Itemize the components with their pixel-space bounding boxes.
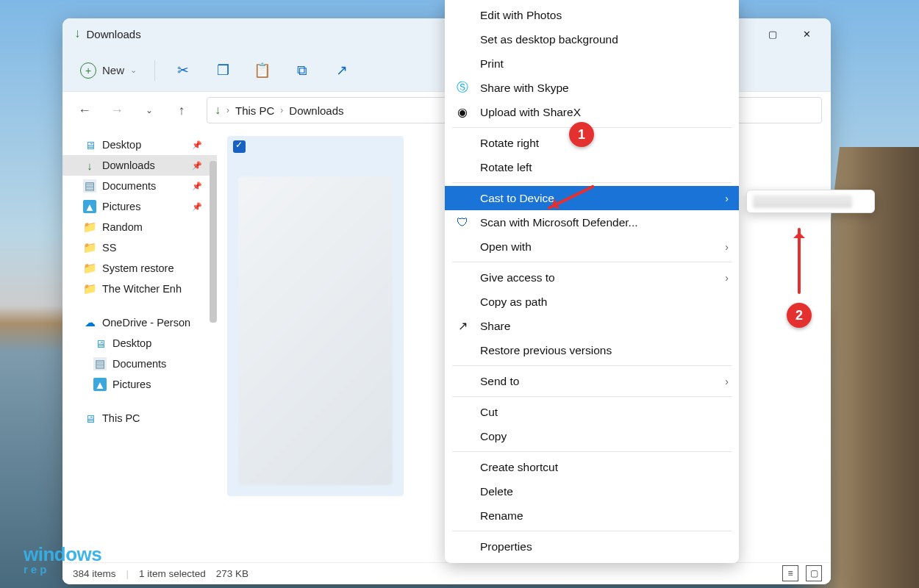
file-thumbnail-selected[interactable]: [227, 136, 404, 496]
picture-icon: ▲: [83, 200, 96, 213]
menu-item[interactable]: Copy: [445, 424, 739, 448]
up-button[interactable]: ↑: [168, 97, 195, 123]
menu-item[interactable]: Properties: [445, 534, 739, 559]
menu-item-label: Create shortcut: [480, 461, 558, 474]
chevron-down-icon: ⌄: [130, 65, 137, 75]
menu-item[interactable]: Cut: [445, 400, 739, 424]
download-icon: ↓: [83, 159, 96, 172]
menu-item-label: Upload with ShareX: [480, 106, 581, 119]
sidebar-item-label: Downloads: [102, 159, 155, 171]
new-button[interactable]: + New ⌄: [76, 60, 141, 82]
close-button[interactable]: ✕: [790, 22, 823, 46]
sidebar-item-label: Random: [102, 221, 143, 233]
menu-item[interactable]: Cast to Device›: [445, 186, 739, 210]
menu-item-label: Set as desktop background: [480, 33, 618, 46]
sidebar-item[interactable]: ↓Downloads📌: [62, 155, 217, 176]
callout-1: 1: [569, 122, 594, 147]
sidebar-thispc[interactable]: 🖥 This PC: [62, 408, 217, 429]
menu-item[interactable]: Rotate left: [445, 155, 739, 179]
back-button[interactable]: ←: [71, 97, 98, 123]
checkbox-checked-icon[interactable]: [233, 140, 246, 153]
menu-item[interactable]: Set as desktop background: [445, 27, 739, 51]
pin-icon: 📌: [192, 182, 202, 191]
folder-icon: 📁: [83, 220, 96, 234]
chevron-right-icon: ›: [725, 241, 729, 253]
annotation-arrow: [798, 228, 801, 294]
details-view-button[interactable]: ≡: [782, 565, 798, 581]
copy-icon[interactable]: ❐: [208, 56, 237, 85]
menu-item[interactable]: Rename: [445, 503, 739, 528]
sidebar-item[interactable]: ▲Pictures📌: [62, 196, 217, 217]
sidebar-scrollbar[interactable]: [210, 161, 217, 323]
breadcrumb-current[interactable]: Downloads: [289, 104, 343, 117]
cut-icon[interactable]: ✂: [168, 56, 198, 85]
rename-icon[interactable]: ⧉: [287, 56, 317, 85]
sidebar-item-label: Documents: [102, 180, 156, 192]
menu-item-label: Copy: [480, 430, 507, 443]
menu-item[interactable]: ⓈShare with Skype: [445, 76, 739, 100]
sidebar-item[interactable]: 📁The Witcher Enh: [62, 279, 217, 299]
menu-item[interactable]: 🛡Scan with Microsoft Defender...: [445, 210, 739, 234]
menu-item[interactable]: Delete: [445, 479, 739, 503]
download-icon: ↓: [215, 104, 221, 117]
new-label: New: [102, 64, 124, 76]
menu-item-label: Open with: [480, 240, 532, 254]
menu-item[interactable]: Open with›: [445, 234, 739, 259]
sidebar-item-label: Pictures: [102, 201, 140, 212]
status-selection: 1 item selected: [139, 568, 206, 579]
menu-item[interactable]: Edit with Photos: [445, 3, 739, 27]
menu-item-label: Cut: [480, 406, 498, 419]
menu-item[interactable]: ↗Share: [445, 314, 739, 338]
menu-item[interactable]: Send to›: [445, 369, 739, 393]
maximize-button[interactable]: ▢: [756, 22, 790, 46]
chevron-right-icon: ›: [280, 105, 283, 115]
sidebar-item[interactable]: 📁Random: [62, 217, 217, 237]
cast-device-item[interactable]: [753, 195, 852, 208]
menu-item[interactable]: Copy as path: [445, 290, 739, 314]
window-title: Downloads: [87, 28, 141, 40]
menu-item-label: Rotate left: [480, 161, 532, 174]
sidebar-item-label: Pictures: [112, 379, 151, 390]
share-icon: ↗: [455, 319, 470, 333]
callout-2: 2: [787, 303, 812, 328]
breadcrumb-root[interactable]: This PC: [235, 104, 274, 117]
menu-item[interactable]: Restore previous versions: [445, 338, 739, 362]
menu-item-label: Copy as path: [480, 295, 547, 309]
thumbnails-view-button[interactable]: ▢: [806, 565, 822, 581]
sidebar-onedrive[interactable]: ☁ OneDrive - Person: [62, 312, 217, 333]
download-icon: ↓: [74, 26, 81, 41]
recent-dropdown[interactable]: ⌄: [136, 97, 162, 123]
sidebar-item[interactable]: 📁SS: [62, 237, 217, 258]
menu-item[interactable]: Create shortcut: [445, 455, 739, 479]
monitor-icon: 🖥: [83, 412, 96, 425]
forward-button[interactable]: →: [104, 97, 130, 123]
nav-sidebar: 🖥Desktop📌↓Downloads📌▤Documents📌▲Pictures…: [62, 129, 217, 584]
menu-item-label: Cast to Device: [480, 192, 554, 205]
chevron-right-icon: ›: [226, 105, 229, 115]
pin-icon: 📌: [192, 161, 202, 171]
status-size: 273 KB: [216, 568, 248, 579]
menu-item-label: Share: [480, 320, 510, 333]
sidebar-item[interactable]: 🖥Desktop📌: [62, 135, 217, 155]
menu-item[interactable]: Print: [445, 51, 739, 76]
skype-icon: Ⓢ: [455, 80, 470, 96]
sidebar-item[interactable]: 📁System restore: [62, 258, 217, 279]
sidebar-item[interactable]: 🖥Desktop: [62, 333, 217, 354]
paste-icon[interactable]: 📋: [248, 56, 277, 85]
monitor-icon: 🖥: [93, 337, 107, 350]
menu-item-label: Rename: [480, 509, 523, 523]
menu-item-label: Print: [480, 57, 504, 71]
share-icon[interactable]: ↗: [327, 56, 357, 85]
menu-item[interactable]: ◉Upload with ShareX: [445, 100, 739, 124]
status-bar: 384 items | 1 item selected 273 KB ≡ ▢: [62, 562, 831, 584]
menu-item-label: Restore previous versions: [480, 344, 612, 357]
picture-icon: ▲: [93, 378, 107, 391]
sidebar-item[interactable]: ▲Pictures: [62, 374, 217, 395]
sidebar-item[interactable]: ▤Documents📌: [62, 176, 217, 196]
menu-item[interactable]: Give access to›: [445, 265, 739, 290]
sidebar-item-label: System restore: [102, 262, 174, 274]
sidebar-item-label: Desktop: [112, 337, 151, 349]
cast-submenu[interactable]: [746, 190, 875, 213]
menu-item-label: Give access to: [480, 271, 555, 284]
sidebar-item[interactable]: ▤Documents: [62, 354, 217, 374]
